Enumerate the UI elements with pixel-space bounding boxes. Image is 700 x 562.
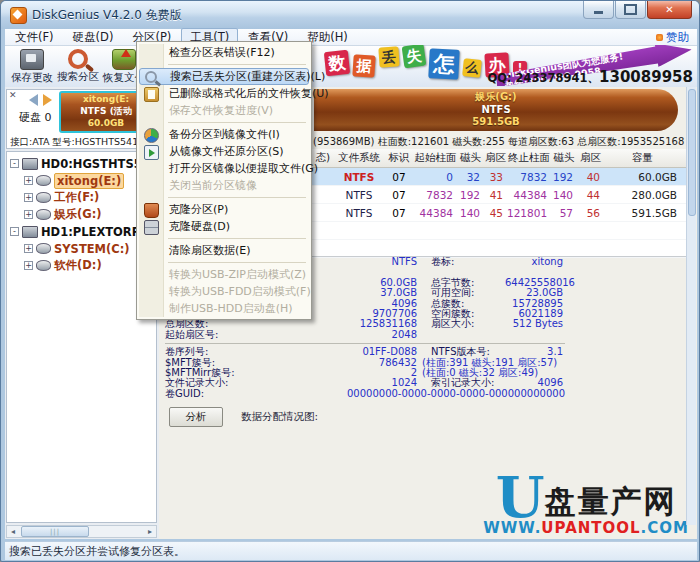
table-column-header: 起始柱面 [414, 151, 457, 165]
expander-icon[interactable]: - [10, 159, 19, 168]
tree-item-label: xitong(E:) [54, 173, 124, 189]
expander-icon[interactable]: + [24, 176, 33, 185]
disk-tree: -HD0:HGSTHTS54101+xitong(E:)+工作(F:)+娱乐(G… [6, 151, 157, 523]
menu-item-label: 备份分区到镜像文件(I) [169, 128, 280, 141]
watermark-site-name: 盘量产网 [545, 481, 677, 521]
table-column-header: 文件系统 [334, 151, 384, 165]
menu-item-label: 打开分区镜像以便提取文件(G) [169, 162, 318, 175]
sponsor-link[interactable]: 赞助 [656, 30, 689, 45]
scrollbar-thumb[interactable] [688, 89, 696, 216]
menu-item[interactable]: 从镜像文件还原分区(S) [139, 143, 309, 160]
menu-item: 转换为USB-ZIP启动模式(Z) [139, 266, 309, 283]
menu-item-label: 转换为USB-ZIP启动模式(Z) [169, 268, 306, 281]
details-label: 卷标: [431, 257, 505, 267]
navigator-close-icon[interactable]: ✕ [9, 90, 17, 100]
menubar-item[interactable]: 硬盘(D) [64, 28, 123, 47]
table-column-header: 扇区 [484, 151, 507, 165]
watermark-url: WWW.UPANTOOL.COM [483, 519, 689, 537]
tools-menu: 检查分区表错误(F12)搜索已丢失分区(重建分区表)(L)已删除或格式化后的文件… [136, 41, 312, 320]
details-value: xitong [505, 257, 563, 267]
partition-icon [36, 192, 51, 203]
menu-separator [168, 262, 306, 263]
menu-separator [168, 64, 306, 65]
maximize-button[interactable] [615, 1, 646, 19]
upantool-watermark: U 盘量产网 WWW.UPANTOOL.COM [483, 473, 689, 537]
menu-item: 转换为USB-FDD启动模式(F) [139, 283, 309, 300]
toolbar-search-partition-button[interactable]: 搜索分区 [55, 47, 101, 85]
scrollbar-thumb[interactable]: ||| [21, 526, 89, 537]
next-disk-arrow-icon[interactable] [43, 94, 58, 106]
tree-item-label: 工作(F:) [54, 190, 99, 205]
menu-item-label: 克隆硬盘(D) [169, 220, 230, 233]
status-text: 搜索已丢失分区并尝试修复分区表。 [9, 544, 185, 559]
menu-item: 制作USB-HDD启动盘(H) [139, 300, 309, 317]
banner-tile: 丢 [378, 46, 399, 67]
expander-icon[interactable]: + [24, 193, 33, 202]
window-title: DiskGenius V4.2.0 免费版 [32, 7, 182, 24]
details-label [571, 358, 645, 368]
tree-horizontal-scrollbar[interactable]: ◂ ||| ▸ [6, 525, 157, 538]
minimize-button[interactable] [583, 1, 614, 19]
recover-files-icon [112, 49, 136, 70]
menu-item[interactable]: 搜索已丢失分区(重建分区表)(L) [139, 68, 309, 85]
details-value [505, 330, 563, 340]
menu-item[interactable]: 打开分区镜像以便提取文件(G) [139, 160, 309, 177]
details-label [431, 330, 505, 340]
expander-icon[interactable]: + [24, 244, 33, 253]
expander-icon[interactable]: - [10, 227, 19, 236]
expander-icon[interactable]: + [24, 210, 33, 219]
menu-item-label: 清除扇区数据(E) [169, 244, 251, 257]
menu-item: 关闭当前分区镜像 [139, 177, 309, 194]
title-bar: DiskGenius V4.2.0 免费版 ✕ [1, 1, 700, 29]
scroll-right-icon[interactable]: ▸ [144, 526, 156, 537]
details-row: 起始扇区号:2048 [165, 330, 685, 340]
table-column-header: 终止柱面 [507, 151, 551, 165]
tools-menu-items: 检查分区表错误(F12)搜索已丢失分区(重建分区表)(L)已删除或格式化后的文件… [139, 44, 309, 317]
details-label: 卷GUID: [165, 389, 265, 399]
menu-item-label: 搜索已丢失分区(重建分区表)(L) [170, 70, 325, 83]
details-separator [165, 340, 685, 347]
tree-item-disk[interactable]: -HD1:PLEXTORPX-12 [10, 223, 156, 240]
toolbar-save-changes-button[interactable]: 保存更改 [9, 47, 55, 85]
ad-banner[interactable]: 数据丢失怎么办! DiskGenius团队为您服务! 热线:400-008-99… [323, 45, 695, 86]
details-label: 可用空间: [431, 288, 505, 298]
details-row: 卷GUID:00000000-0000-0000-0000-0000000000… [165, 389, 685, 399]
banner-tile: 据 [352, 54, 375, 77]
menu-item[interactable]: 克隆硬盘(D) [139, 218, 309, 235]
banner-tile: 失 [402, 45, 427, 68]
details-value: 00000000-0000-0000-0000-000000000000 [265, 389, 565, 399]
banner-tile: 怎 [428, 48, 460, 80]
partition-icon [36, 175, 51, 186]
analyze-button[interactable]: 分析 [169, 407, 223, 427]
menu-item-label: 已删除或格式化后的文件恢复(U) [169, 87, 329, 100]
details-row: 总扇区数:125831168扇区大小:512 Bytes [165, 319, 685, 329]
prev-disk-arrow-icon[interactable] [23, 94, 38, 106]
save-changes-icon [20, 49, 44, 70]
partition-bar-G[interactable]: 娱乐(G:) NTFS 591.5GB [314, 89, 678, 131]
maximize-icon [624, 4, 637, 15]
menu-item-label: 检查分区表错误(F12) [169, 46, 275, 59]
menu-item[interactable]: 清除扇区数据(E) [139, 242, 309, 259]
menu-item-label: 制作USB-HDD启动盘(H) [169, 302, 293, 315]
close-button[interactable]: ✕ [647, 1, 692, 19]
tree-item-label: 娱乐(G:) [54, 207, 102, 222]
menu-item[interactable]: 检查分区表错误(F12) [139, 44, 309, 61]
tree-item-disk[interactable]: -HD0:HGSTHTS54101 [10, 155, 156, 172]
menu-item[interactable]: 备份分区到镜像文件(I) [139, 126, 309, 143]
details-value: 3.1 [505, 347, 563, 357]
minimize-icon [594, 11, 603, 14]
menubar-item[interactable]: 文件(F) [6, 28, 63, 47]
file-recover-icon [144, 87, 159, 102]
menu-item[interactable]: 已删除或格式化后的文件恢复(U) [139, 85, 309, 102]
details-label [552, 368, 626, 378]
details-label: 扇区大小: [431, 319, 505, 329]
vertical-scrollbar[interactable] [686, 87, 696, 525]
scroll-left-icon[interactable]: ◂ [7, 526, 19, 537]
menu-item-label: 转换为USB-FDD启动模式(F) [169, 285, 311, 298]
menu-item: 保存文件恢复进度(V) [139, 102, 309, 119]
menu-separator [168, 197, 306, 198]
details-row: 卷序列号:01FF-D088NTFS版本号:3.1 [165, 347, 685, 357]
menu-item-label: 关闭当前分区镜像 [169, 179, 257, 192]
menu-item[interactable]: 克隆分区(P) [139, 201, 309, 218]
expander-icon[interactable]: + [24, 261, 33, 270]
